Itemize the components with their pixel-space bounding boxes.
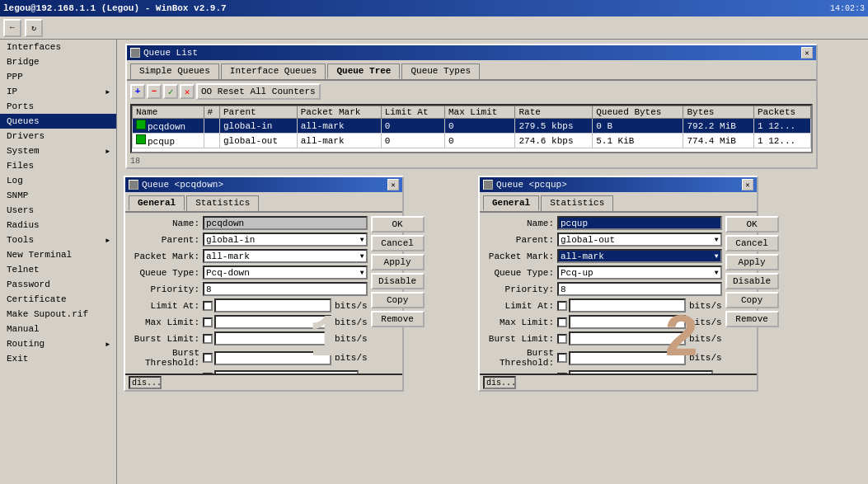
packet-mark-select[interactable]: all-mark ▼ [203, 249, 368, 263]
dialog2-disable-button[interactable]: Disable [725, 273, 779, 289]
d2-priority-input[interactable] [557, 282, 722, 296]
dialog1-ok-button[interactable]: OK [371, 216, 425, 233]
burst-limit-input[interactable] [214, 331, 331, 345]
tab-queue-types[interactable]: Queue Types [401, 63, 480, 79]
d2-max-limit-checkbox[interactable] [557, 317, 567, 327]
dialog2-tab-statistics[interactable]: Statistics [541, 195, 613, 211]
sidebar-item-queues[interactable]: Queues [0, 114, 116, 129]
dialog2-copy-button[interactable]: Copy [725, 292, 779, 308]
d2-burst-threshold-input[interactable] [569, 351, 686, 365]
d2-name-input[interactable] [557, 216, 722, 230]
dialog1-disable-button[interactable]: Disable [371, 273, 425, 289]
refresh-button[interactable]: ↻ [25, 19, 43, 37]
col-packet-mark[interactable]: Packet Mark [297, 106, 381, 119]
max-limit-input[interactable] [214, 315, 331, 329]
tab-interface-queues[interactable]: Interface Queues [221, 63, 326, 79]
sidebar-item-tools[interactable]: Tools ► [0, 233, 116, 247]
dialog1-tab-statistics[interactable]: Statistics [186, 195, 259, 211]
col-name[interactable]: Name [133, 106, 204, 119]
burst-threshold-checkbox[interactable] [203, 353, 213, 363]
sidebar-item-certificate[interactable]: Certificate [0, 292, 116, 307]
d2-packet-mark-arrow-icon: ▼ [715, 252, 719, 260]
col-num[interactable]: # [204, 106, 220, 119]
max-limit-row: Max Limit: bits/s [129, 315, 368, 329]
reset-counters-button[interactable]: OO Reset All Counters [196, 83, 321, 100]
sidebar-item-ppp[interactable]: PPP [0, 69, 116, 84]
d2-max-limit-row: Max Limit: bits/s [483, 315, 722, 329]
limit-at-checkbox[interactable] [203, 301, 213, 311]
sidebar-item-interfaces[interactable]: Interfaces [0, 40, 116, 54]
d2-burst-limit-input[interactable] [569, 331, 686, 345]
dialog1-tab-general[interactable]: General [129, 195, 185, 211]
main-area: Queue List ✕ Simple Queues Interface Que… [117, 40, 868, 484]
d2-max-limit-input[interactable] [569, 315, 686, 329]
table-row[interactable]: pcqup global-out all-mark 0 0 274.6 kbps… [133, 134, 811, 148]
col-packets[interactable]: Packets [753, 106, 810, 119]
table-row[interactable]: pcqdown global-in all-mark 0 0 279.5 kbp… [133, 119, 811, 134]
col-rate[interactable]: Rate [515, 106, 593, 119]
parent-select[interactable]: global-in ▼ [203, 233, 368, 247]
queue-list-close-button[interactable]: ✕ [801, 47, 813, 59]
dialog1-cancel-button[interactable]: Cancel [371, 235, 425, 251]
dialog2-ok-button[interactable]: OK [725, 216, 779, 233]
sidebar-item-password[interactable]: Password [0, 277, 116, 292]
col-limit-at[interactable]: Limit At [381, 106, 444, 119]
sidebar-item-ip[interactable]: IP ► [0, 84, 116, 99]
dialog2-cancel-button[interactable]: Cancel [725, 235, 779, 251]
enable-queue-button[interactable]: ✓ [163, 84, 178, 99]
burst-limit-checkbox[interactable] [203, 334, 213, 344]
sidebar-item-bridge[interactable]: Bridge [0, 54, 116, 69]
burst-threshold-input[interactable] [214, 351, 331, 365]
dialog2-close-button[interactable]: ✕ [742, 179, 753, 190]
max-limit-checkbox[interactable] [203, 317, 213, 327]
dialog1-remove-button[interactable]: Remove [371, 311, 425, 327]
sidebar-item-new-terminal[interactable]: New Terminal [0, 247, 116, 262]
d2-burst-limit-checkbox[interactable] [557, 334, 567, 344]
d2-limit-at-input[interactable] [569, 298, 686, 312]
col-max-limit[interactable]: Max Limit [444, 106, 515, 119]
sidebar-item-files[interactable]: Files [0, 158, 116, 173]
d2-limit-at-checkbox[interactable] [557, 301, 567, 311]
dialog2-titlebar[interactable]: Queue <pcqup> ✕ [480, 177, 757, 192]
limit-at-input[interactable] [214, 298, 331, 312]
dialog2-tab-general[interactable]: General [483, 195, 539, 211]
d2-queue-type-select[interactable]: Pcq-up ▼ [557, 265, 722, 280]
queue-type-select[interactable]: Pcq-down ▼ [203, 265, 368, 280]
dialog2-apply-button[interactable]: Apply [725, 254, 779, 270]
dialog2-remove-button[interactable]: Remove [725, 311, 779, 327]
dialog1-titlebar[interactable]: Queue <pcqdown> ✕ [125, 177, 402, 192]
sidebar-item-snmp[interactable]: SNMP [0, 188, 116, 203]
back-button[interactable]: ← [3, 19, 21, 37]
col-bytes[interactable]: Bytes [683, 106, 754, 119]
priority-input[interactable] [203, 282, 368, 296]
sidebar-item-ports[interactable]: Ports [0, 99, 116, 114]
sidebar-item-users[interactable]: Users [0, 203, 116, 218]
dialog1-close-button[interactable]: ✕ [387, 179, 399, 190]
col-parent[interactable]: Parent [220, 106, 298, 119]
sidebar-item-log[interactable]: Log [0, 173, 116, 188]
dialog1-apply-button[interactable]: Apply [371, 254, 425, 270]
sidebar-item-exit[interactable]: Exit [0, 351, 116, 366]
name-input[interactable] [203, 216, 368, 230]
sidebar-item-make-supout[interactable]: Make Supout.rif [0, 307, 116, 322]
sidebar-item-manual[interactable]: Manual [0, 322, 116, 336]
remove-queue-button[interactable]: − [147, 84, 162, 99]
priority-row: Priority: [129, 282, 368, 296]
queue-table: Name # Parent Packet Mark Limit At Max L… [132, 106, 811, 148]
d2-burst-threshold-checkbox[interactable] [557, 353, 567, 363]
col-queued-bytes[interactable]: Queued Bytes [593, 106, 683, 119]
dialog1-copy-button[interactable]: Copy [371, 292, 425, 308]
tab-queue-tree[interactable]: Queue Tree [327, 63, 400, 79]
queue-list-titlebar[interactable]: Queue List ✕ [127, 45, 816, 60]
sidebar-item-drivers[interactable]: Drivers [0, 129, 116, 143]
sidebar-item-telnet[interactable]: Telnet [0, 262, 116, 277]
add-queue-button[interactable]: + [130, 84, 145, 99]
sidebar-item-system[interactable]: System ► [0, 143, 116, 158]
d2-packet-mark-select[interactable]: all-mark ▼ [557, 249, 722, 263]
sidebar-item-routing[interactable]: Routing ► [0, 336, 116, 351]
disable-queue-button[interactable]: ✕ [180, 84, 195, 99]
tab-simple-queues[interactable]: Simple Queues [130, 63, 219, 79]
d2-parent-select[interactable]: global-out ▼ [557, 233, 722, 247]
d2-limit-at-unit: bits/s [686, 301, 722, 311]
sidebar-item-radius[interactable]: Radius [0, 218, 116, 233]
